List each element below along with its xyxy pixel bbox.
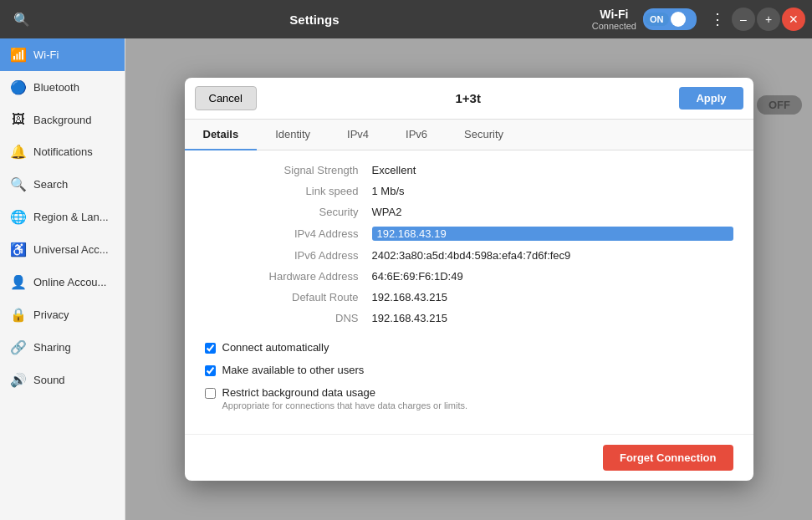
header-title: Settings bbox=[37, 13, 592, 27]
checkbox-sub-label-restrict-bg: Appropriate for connections that have da… bbox=[222, 400, 468, 410]
header-menu-button[interactable]: ⋮ bbox=[703, 7, 732, 32]
detail-value-ipv4-address: 192.168.43.19 bbox=[372, 227, 733, 241]
detail-value-default-route: 192.168.43.215 bbox=[372, 291, 733, 303]
header-wifi-label: Wi-Fi Connected bbox=[592, 8, 636, 31]
minimize-button[interactable]: – bbox=[732, 8, 755, 31]
sidebar-item-background[interactable]: 🖼 Background bbox=[0, 104, 125, 135]
checkbox-main-label-restrict-bg: Restrict background data usage bbox=[222, 386, 468, 399]
sidebar-label-wifi: Wi-Fi bbox=[33, 48, 59, 61]
detail-label-ipv6-address: IPv6 Address bbox=[205, 249, 372, 262]
checkbox-label-make-available: Make available to other users bbox=[222, 364, 365, 376]
sidebar-item-wifi[interactable]: 📶 Wi-Fi bbox=[0, 38, 125, 71]
content-area: OFF Cancel 1+3t Apply DetailsIdentityIPv… bbox=[125, 38, 812, 520]
tab-ipv6[interactable]: IPv6 bbox=[387, 120, 446, 150]
modal-header: Cancel 1+3t Apply bbox=[185, 78, 753, 120]
close-button[interactable]: ✕ bbox=[782, 8, 805, 31]
checkbox-row-connect-auto: Connect automatically bbox=[205, 341, 733, 354]
sharing-icon: 🔗 bbox=[10, 339, 27, 355]
details-grid: Signal StrengthExcellentLink speed1 Mb/s… bbox=[205, 164, 733, 324]
search-icon: 🔍 bbox=[13, 13, 30, 27]
window-controls: – + ✕ bbox=[732, 8, 805, 31]
checkbox-main-label-make-available: Make available to other users bbox=[222, 364, 365, 376]
sidebar-label-background: Background bbox=[33, 114, 91, 126]
modal-overlay: Cancel 1+3t Apply DetailsIdentityIPv4IPv… bbox=[125, 38, 812, 520]
detail-label-security: Security bbox=[205, 206, 372, 218]
modal-footer: Forget Connection bbox=[185, 434, 753, 481]
detail-value-dns: 192.168.43.215 bbox=[372, 312, 733, 324]
modal-title: 1+3t bbox=[263, 91, 672, 105]
checkbox-connect-auto[interactable] bbox=[205, 343, 216, 354]
sidebar-label-sharing: Sharing bbox=[33, 341, 71, 354]
bluetooth-icon: 🔵 bbox=[10, 79, 27, 95]
online-icon: 👤 bbox=[10, 274, 27, 290]
tab-details[interactable]: Details bbox=[185, 120, 258, 150]
modal-body: Signal StrengthExcellentLink speed1 Mb/s… bbox=[185, 150, 753, 434]
sidebar-item-sharing[interactable]: 🔗 Sharing bbox=[0, 331, 125, 364]
detail-value-hardware-address: 64:6E:69:F6:1D:49 bbox=[372, 270, 733, 283]
detail-label-signal-strength: Signal Strength bbox=[205, 164, 372, 176]
apply-button[interactable]: Apply bbox=[679, 87, 743, 110]
main-container: 📶 Wi-Fi 🔵 Bluetooth 🖼 Background 🔔 Notif… bbox=[0, 38, 812, 520]
notifications-icon: 🔔 bbox=[10, 144, 27, 160]
checkboxes-section: Connect automaticallyMake available to o… bbox=[205, 341, 733, 410]
modal-tabs: DetailsIdentityIPv4IPv6Security bbox=[185, 120, 753, 150]
detail-value-security: WPA2 bbox=[372, 206, 733, 218]
checkbox-main-label-connect-auto: Connect automatically bbox=[222, 341, 329, 354]
sound-icon: 🔊 bbox=[10, 372, 27, 388]
wifi-toggle[interactable]: ON bbox=[643, 8, 697, 30]
sidebar-label-online: Online Accou... bbox=[33, 276, 106, 288]
sidebar-item-online[interactable]: 👤 Online Accou... bbox=[0, 266, 125, 298]
detail-value-signal-strength: Excellent bbox=[372, 164, 733, 176]
toggle-on-label: ON bbox=[645, 13, 669, 26]
sidebar-label-region: Region & Lan... bbox=[33, 211, 109, 223]
detail-label-dns: DNS bbox=[205, 312, 372, 324]
universal-icon: ♿ bbox=[10, 242, 27, 257]
header-bar: 🔍 Settings Wi-Fi Connected ON ⋮ – + ✕ bbox=[0, 0, 812, 38]
sidebar-label-search: Search bbox=[33, 178, 68, 191]
header-search-button[interactable]: 🔍 bbox=[7, 8, 37, 31]
sidebar-label-privacy: Privacy bbox=[33, 308, 69, 321]
checkbox-restrict-bg[interactable] bbox=[205, 388, 216, 399]
sidebar-item-sound[interactable]: 🔊 Sound bbox=[0, 364, 125, 396]
tab-ipv4[interactable]: IPv4 bbox=[329, 120, 387, 150]
cancel-button[interactable]: Cancel bbox=[195, 86, 257, 110]
sidebar-label-notifications: Notifications bbox=[33, 145, 93, 158]
header-wifi-section: Wi-Fi Connected ON ⋮ bbox=[592, 7, 732, 32]
sidebar-item-bluetooth[interactable]: 🔵 Bluetooth bbox=[0, 71, 125, 104]
detail-value-link-speed: 1 Mb/s bbox=[372, 185, 733, 197]
search-icon: 🔍 bbox=[10, 176, 27, 192]
sidebar-label-sound: Sound bbox=[33, 374, 65, 386]
tab-identity[interactable]: Identity bbox=[257, 120, 329, 150]
sidebar-item-notifications[interactable]: 🔔 Notifications bbox=[0, 135, 125, 168]
detail-label-link-speed: Link speed bbox=[205, 185, 372, 197]
tab-security[interactable]: Security bbox=[446, 120, 522, 150]
toggle-knob bbox=[671, 12, 686, 27]
detail-label-default-route: Default Route bbox=[205, 291, 372, 303]
background-icon: 🖼 bbox=[10, 112, 27, 127]
checkbox-make-available[interactable] bbox=[205, 365, 216, 376]
detail-label-ipv4-address: IPv4 Address bbox=[205, 227, 372, 240]
sidebar-item-search[interactable]: 🔍 Search bbox=[0, 168, 125, 201]
checkbox-row-make-available: Make available to other users bbox=[205, 364, 733, 376]
detail-value-ipv6-address: 2402:3a80:a5d:4bd4:598a:efa4:7d6f:fec9 bbox=[372, 249, 733, 262]
region-icon: 🌐 bbox=[10, 209, 27, 225]
sidebar-item-privacy[interactable]: 🔒 Privacy bbox=[0, 298, 125, 331]
network-settings-modal: Cancel 1+3t Apply DetailsIdentityIPv4IPv… bbox=[185, 78, 753, 481]
sidebar-label-universal: Universal Acc... bbox=[33, 243, 109, 256]
wifi-icon: 📶 bbox=[10, 47, 27, 63]
detail-label-hardware-address: Hardware Address bbox=[205, 270, 372, 283]
checkbox-label-connect-auto: Connect automatically bbox=[222, 341, 329, 354]
forget-connection-button[interactable]: Forget Connection bbox=[603, 445, 733, 471]
sidebar: 📶 Wi-Fi 🔵 Bluetooth 🖼 Background 🔔 Notif… bbox=[0, 38, 125, 520]
wifi-name: Wi-Fi bbox=[592, 8, 636, 21]
sidebar-item-universal[interactable]: ♿ Universal Acc... bbox=[0, 233, 125, 266]
wifi-status: Connected bbox=[592, 21, 636, 31]
privacy-icon: 🔒 bbox=[10, 307, 27, 323]
sidebar-item-region[interactable]: 🌐 Region & Lan... bbox=[0, 201, 125, 233]
maximize-button[interactable]: + bbox=[757, 8, 780, 31]
checkbox-row-restrict-bg: Restrict background data usageAppropriat… bbox=[205, 386, 733, 410]
checkbox-label-restrict-bg: Restrict background data usageAppropriat… bbox=[222, 386, 468, 410]
sidebar-label-bluetooth: Bluetooth bbox=[33, 81, 79, 94]
